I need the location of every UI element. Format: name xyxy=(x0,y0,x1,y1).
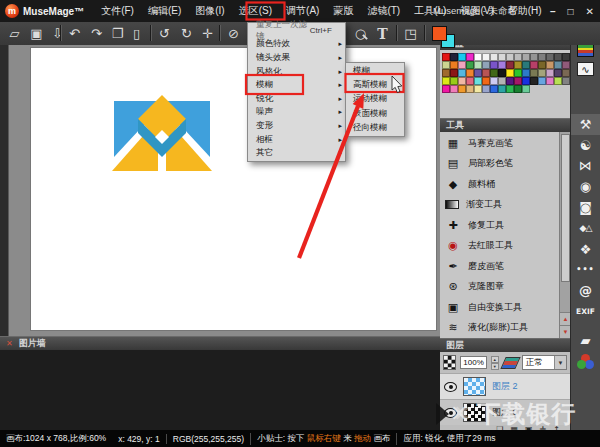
tools-scrollbar[interactable]: ▲ ▼ xyxy=(559,132,570,338)
color-swatch[interactable] xyxy=(450,61,458,69)
filter-menu-item[interactable]: 镜头效果 ▸ xyxy=(248,51,345,65)
eye-icon[interactable] xyxy=(444,408,457,418)
opacity-value[interactable]: 100% xyxy=(460,356,487,369)
color-swatch[interactable] xyxy=(538,69,546,77)
filter-menu-item[interactable]: 风格化 ▸ xyxy=(248,65,345,79)
color-swatch[interactable] xyxy=(482,61,490,69)
color-swatch[interactable] xyxy=(506,61,514,69)
filter-menu-item[interactable]: 相框 ▸ xyxy=(248,133,345,147)
color-swatch[interactable] xyxy=(458,85,466,93)
color-swatch[interactable] xyxy=(506,53,514,61)
color-swatch[interactable] xyxy=(498,53,506,61)
tool-item[interactable]: ▤ 局部彩色笔 xyxy=(440,154,570,175)
tool-item[interactable]: ⊛ 克隆图章 xyxy=(440,277,570,298)
color-swatch[interactable] xyxy=(522,61,530,69)
color-swatch[interactable] xyxy=(450,69,458,77)
color-swatch[interactable] xyxy=(458,77,466,85)
submenu-item[interactable]: 表面模糊 xyxy=(346,107,404,121)
water-drops-icon[interactable]: ◆△ xyxy=(571,218,600,239)
menubar-item[interactable]: 滤镜(T) xyxy=(360,0,407,22)
diamond-grid-icon[interactable]: ❖ xyxy=(571,239,600,260)
submenu-item[interactable]: 径向模糊 xyxy=(346,121,404,135)
color-swatch[interactable] xyxy=(458,61,466,69)
color-swatch[interactable] xyxy=(538,61,546,69)
rotate-right-icon[interactable]: ↻ xyxy=(176,23,197,44)
parallelogram-icon[interactable]: ▰ xyxy=(571,330,600,352)
color-swatch[interactable] xyxy=(514,53,522,61)
eye-icon[interactable] xyxy=(444,382,457,392)
ellipsis-icon[interactable]: ••• xyxy=(571,260,600,281)
filter-menu-item[interactable]: 锐化 ▸ xyxy=(248,92,345,106)
rotate-left-icon[interactable]: ↺ xyxy=(154,23,175,44)
submenu-item[interactable]: 模糊 xyxy=(346,64,404,78)
color-swatch[interactable] xyxy=(474,69,482,77)
color-swatch[interactable] xyxy=(442,53,450,61)
tools-icon[interactable]: ⚒ xyxy=(571,114,600,135)
color-swatch[interactable] xyxy=(514,85,522,93)
color-swatch[interactable] xyxy=(530,69,538,77)
color-swatch[interactable] xyxy=(442,77,450,85)
color-swatch[interactable] xyxy=(458,53,466,61)
color-swatch[interactable] xyxy=(514,61,522,69)
filter-menu-item[interactable]: 噪声 ▸ xyxy=(248,106,345,120)
color-swatch[interactable] xyxy=(554,77,562,85)
color-swatch[interactable] xyxy=(522,53,530,61)
color-swatch[interactable] xyxy=(490,85,498,93)
save-icon[interactable]: ▣ xyxy=(26,23,47,44)
color-swatch[interactable] xyxy=(554,53,562,61)
color-swatch[interactable] xyxy=(474,61,482,69)
color-swatch[interactable] xyxy=(498,69,506,77)
color-swatch[interactable] xyxy=(474,77,482,85)
color-swatch[interactable] xyxy=(482,69,490,77)
menubar-item[interactable]: 图像(I) xyxy=(188,0,231,22)
color-swatch[interactable] xyxy=(458,69,466,77)
filter-menu-item[interactable]: 其它 ▸ xyxy=(248,146,345,160)
color-swatch[interactable] xyxy=(546,53,554,61)
color-swatch[interactable] xyxy=(442,85,450,93)
color-swatch[interactable] xyxy=(546,77,554,85)
color-swatch[interactable] xyxy=(514,77,522,85)
stepper-up-icon[interactable]: ▲ xyxy=(491,356,499,363)
color-swatch[interactable] xyxy=(498,85,506,93)
color-swatch[interactable] xyxy=(490,53,498,61)
menubar-item[interactable]: 文件(F) xyxy=(94,0,141,22)
scrollbar-thumb[interactable] xyxy=(561,134,570,282)
layer-row[interactable]: 图层 0 xyxy=(440,399,570,425)
rgb-circles-icon[interactable] xyxy=(571,352,600,374)
color-swatch[interactable] xyxy=(506,85,514,93)
color-swatch[interactable] xyxy=(498,61,506,69)
color-swatch[interactable] xyxy=(562,53,570,61)
submenu-item[interactable]: 运动模糊 xyxy=(346,92,404,106)
close-button[interactable]: ✕ xyxy=(586,6,594,17)
color-swatch[interactable] xyxy=(530,61,538,69)
tool-item[interactable]: ✚ 修复工具 xyxy=(440,215,570,236)
color-swatch[interactable] xyxy=(466,85,474,93)
color-swatch[interactable] xyxy=(546,69,554,77)
color-swatch[interactable] xyxy=(482,53,490,61)
close-icon[interactable]: ✕ xyxy=(6,339,13,348)
text-tool-icon[interactable]: T xyxy=(372,23,393,44)
filter-menu-item[interactable]: 变形 ▸ xyxy=(248,119,345,133)
color-swatch[interactable] xyxy=(490,61,498,69)
color-swatch[interactable] xyxy=(562,77,570,85)
color-swatch[interactable] xyxy=(442,69,450,77)
color-swatch[interactable] xyxy=(466,61,474,69)
minimize-button[interactable]: – xyxy=(550,6,556,17)
color-swatch[interactable] xyxy=(482,77,490,85)
bowtie-icon[interactable]: ⋈ xyxy=(571,156,600,177)
color-swatch[interactable] xyxy=(450,53,458,61)
curves-icon[interactable]: ∿ xyxy=(577,62,594,76)
color-swatch[interactable] xyxy=(522,85,530,93)
color-swatch[interactable] xyxy=(522,69,530,77)
tool-item[interactable]: ▦ 马赛克画笔 xyxy=(440,133,570,154)
tool-item[interactable]: ▣ 自由变换工具 xyxy=(440,297,570,318)
color-swatch[interactable] xyxy=(474,53,482,61)
at-icon[interactable]: @ xyxy=(571,280,600,301)
color-swatch[interactable] xyxy=(466,77,474,85)
tool-item[interactable]: ✒ 磨皮画笔 xyxy=(440,256,570,277)
color-swatch[interactable] xyxy=(442,61,450,69)
copy-icon[interactable]: ❐ xyxy=(107,23,128,44)
color-swatch[interactable] xyxy=(514,69,522,77)
color-swatch[interactable] xyxy=(450,85,458,93)
filter-menu-item[interactable]: 重复上一次滤镜 Ctrl+F ▸ xyxy=(248,24,345,38)
